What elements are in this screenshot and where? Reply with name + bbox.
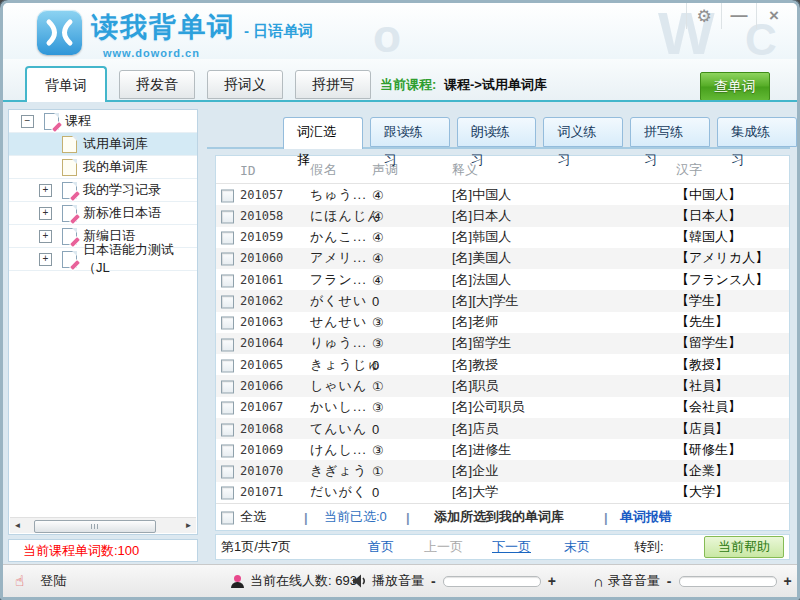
content-area: 词汇选择跟读练习朗读练习词义练习拼写练习集成练习 ID假名声调释义汉字 2010… bbox=[203, 102, 797, 565]
scrollbar-thumb[interactable] bbox=[34, 520, 156, 533]
cell-id: 201068 bbox=[240, 422, 283, 436]
record-volume-plus[interactable]: + bbox=[784, 573, 792, 589]
app-title: 读我背单词 bbox=[91, 12, 236, 42]
login-link[interactable]: 登陆 bbox=[40, 572, 66, 590]
row-checkbox[interactable] bbox=[221, 274, 234, 287]
table-row[interactable]: 201071だいがく0[名]大学【大学】 bbox=[216, 482, 789, 503]
practice-tab[interactable]: 拼写练习 bbox=[630, 117, 710, 147]
table-row[interactable]: 201063せんせい③[名]老师【先生】 bbox=[216, 312, 789, 333]
cell-meaning: [名]企业 bbox=[452, 462, 498, 480]
cell-kana: りゅう... bbox=[310, 334, 367, 352]
row-checkbox[interactable] bbox=[221, 295, 234, 308]
table-row[interactable]: 201061フラン...④[名]法国人【フランス人】 bbox=[216, 269, 789, 290]
practice-tab[interactable]: 词汇选择 bbox=[283, 117, 363, 149]
cell-id: 201060 bbox=[240, 251, 283, 265]
cell-kanji: 【アメリカ人】 bbox=[676, 249, 768, 267]
expander-plus-icon[interactable]: + bbox=[39, 230, 52, 243]
record-volume-minus[interactable]: - bbox=[667, 573, 672, 589]
cell-kana: きぎょう bbox=[310, 462, 367, 480]
tree-item[interactable]: 我的单词库 bbox=[9, 156, 197, 179]
top-tab[interactable]: 背单词 bbox=[25, 66, 107, 102]
cell-meaning: [名][大]学生 bbox=[452, 292, 518, 310]
brand-block: 读我背单词- 日语单词 www.doword.cn bbox=[91, 9, 313, 59]
settings-icon[interactable]: ⚙ bbox=[686, 3, 721, 29]
table-row[interactable]: 201070きぎょう①[名]企业【企業】 bbox=[216, 460, 789, 481]
close-icon[interactable]: × bbox=[756, 3, 791, 29]
row-checkbox[interactable] bbox=[221, 317, 234, 330]
help-button[interactable]: 当前帮助 bbox=[704, 536, 784, 558]
add-selected-link[interactable]: 添加所选到我的单词库 bbox=[434, 508, 564, 526]
cell-kanji: 【会社員】 bbox=[676, 398, 741, 416]
tree-item[interactable]: +我的学习记录 bbox=[9, 179, 197, 202]
login-icon: ☝ bbox=[15, 572, 24, 590]
play-volume-plus[interactable]: + bbox=[548, 573, 556, 589]
practice-tab[interactable]: 集成练习 bbox=[717, 117, 797, 147]
table-row[interactable]: 201059かんこ...④[名]韩国人【韓国人】 bbox=[216, 227, 789, 248]
table-row[interactable]: 201058にほんじん④[名]日本人【日本人】 bbox=[216, 205, 789, 226]
table-row[interactable]: 201067かいし...③[名]公司职员【会社員】 bbox=[216, 397, 789, 418]
tree-item[interactable]: +日本语能力测试 （JL bbox=[9, 248, 197, 271]
play-volume-slider[interactable] bbox=[443, 576, 541, 587]
tree-item[interactable]: 试用单词库 bbox=[9, 133, 197, 156]
sidebar-hscrollbar[interactable]: ◄ ► bbox=[10, 517, 196, 533]
tree-item[interactable]: −课程 bbox=[9, 110, 197, 133]
row-checkbox[interactable] bbox=[221, 423, 234, 436]
table-row[interactable]: 201065きょうじゅ0[名]教授【教授】 bbox=[216, 354, 789, 375]
row-checkbox[interactable] bbox=[221, 444, 234, 457]
last-page-link[interactable]: 末页 bbox=[564, 538, 590, 556]
cell-meaning: [名]大学 bbox=[452, 483, 498, 501]
table-row[interactable]: 201068てんいん0[名]店员【店員】 bbox=[216, 418, 789, 439]
tree-item[interactable]: +新标准日本语 bbox=[9, 202, 197, 225]
lookup-word-button[interactable]: 查单词 bbox=[700, 72, 770, 101]
expander-minus-icon[interactable]: − bbox=[21, 115, 34, 128]
cell-id: 201067 bbox=[240, 400, 283, 414]
cell-kanji: 【学生】 bbox=[676, 292, 728, 310]
cell-meaning: [名]韩国人 bbox=[452, 228, 511, 246]
cell-id: 201057 bbox=[240, 188, 283, 202]
record-volume-label: 录音音量 bbox=[608, 572, 660, 590]
record-volume-slider[interactable] bbox=[679, 576, 777, 587]
practice-tab[interactable]: 朗读练习 bbox=[457, 117, 537, 147]
table-row[interactable]: 201062がくせい0[名][大]学生【学生】 bbox=[216, 290, 789, 311]
row-checkbox[interactable] bbox=[221, 359, 234, 372]
row-checkbox[interactable] bbox=[221, 381, 234, 394]
expander-plus-icon[interactable]: + bbox=[39, 207, 52, 220]
cell-kana: かいし... bbox=[310, 398, 367, 416]
report-word-link[interactable]: 单词报错 bbox=[620, 508, 672, 526]
table-row[interactable]: 201066しゃいん①[名]职员【社員】 bbox=[216, 375, 789, 396]
expander-plus-icon[interactable]: + bbox=[39, 253, 52, 266]
top-tab[interactable]: 捋词义 bbox=[207, 70, 283, 99]
row-checkbox[interactable] bbox=[221, 253, 234, 266]
goto-label: 转到: bbox=[634, 538, 664, 556]
row-checkbox[interactable] bbox=[221, 210, 234, 223]
row-checkbox[interactable] bbox=[221, 232, 234, 245]
page-pencil-icon bbox=[62, 182, 77, 199]
word-table-panel: ID假名声调释义汉字 201057ちゅう...④[名]中国人【中国人】20105… bbox=[215, 155, 790, 531]
cell-kanji: 【韓国人】 bbox=[676, 228, 741, 246]
play-volume-minus[interactable]: - bbox=[431, 573, 436, 589]
table-row[interactable]: 201060アメリ...④[名]美国人【アメリカ人】 bbox=[216, 248, 789, 269]
next-page-link[interactable]: 下一页 bbox=[492, 538, 531, 556]
row-checkbox[interactable] bbox=[221, 338, 234, 351]
select-all-checkbox[interactable] bbox=[221, 512, 234, 525]
top-tab[interactable]: 捋拼写 bbox=[295, 70, 371, 99]
row-checkbox[interactable] bbox=[221, 466, 234, 479]
tree-item-label: 新标准日本语 bbox=[83, 204, 161, 222]
table-row[interactable]: 201069けんし...③[名]进修生【研修生】 bbox=[216, 439, 789, 460]
practice-tab[interactable]: 词义练习 bbox=[543, 117, 623, 147]
scroll-right-icon[interactable]: ► bbox=[181, 518, 196, 533]
row-checkbox[interactable] bbox=[221, 402, 234, 415]
row-checkbox[interactable] bbox=[221, 189, 234, 202]
expander-plus-icon[interactable]: + bbox=[39, 184, 52, 197]
minimize-icon[interactable]: — bbox=[721, 3, 756, 29]
top-tabs: 背单词捋发音捋词义捋拼写 bbox=[25, 59, 371, 100]
row-checkbox[interactable] bbox=[221, 487, 234, 500]
cell-kana: だいがく bbox=[310, 483, 367, 501]
select-all-label[interactable]: 全选 bbox=[240, 508, 266, 526]
table-row[interactable]: 201064りゅう...③[名]留学生【留学生】 bbox=[216, 333, 789, 354]
table-row[interactable]: 201057ちゅう...④[名]中国人【中国人】 bbox=[216, 184, 789, 205]
top-tab[interactable]: 捋发音 bbox=[119, 70, 195, 99]
practice-tab[interactable]: 跟读练习 bbox=[370, 117, 450, 147]
scroll-left-icon[interactable]: ◄ bbox=[10, 518, 25, 533]
first-page-link[interactable]: 首页 bbox=[368, 538, 394, 556]
